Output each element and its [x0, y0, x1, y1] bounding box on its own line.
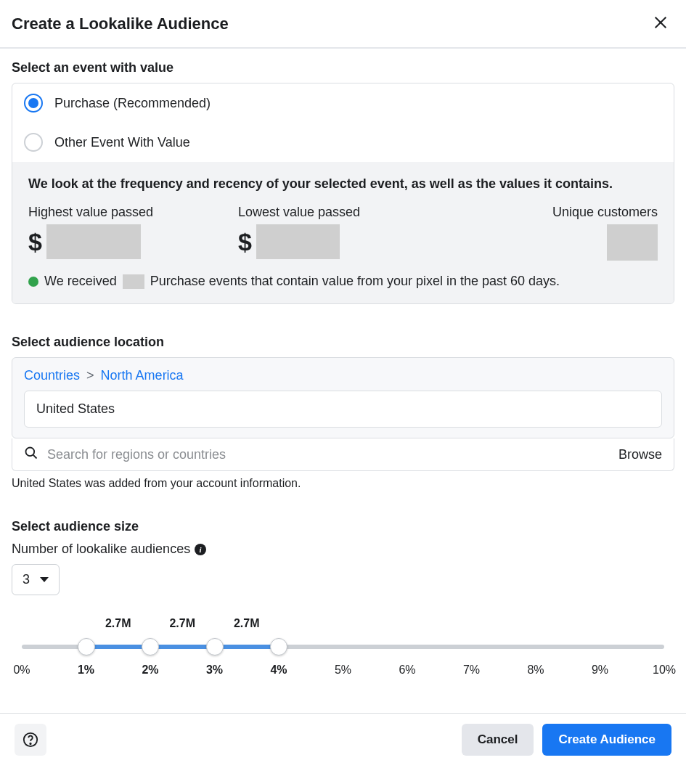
breadcrumb-separator: > — [86, 368, 94, 383]
redacted-value — [46, 224, 141, 259]
slider-tick-label: 9% — [592, 663, 608, 677]
stat-unique: Unique customers — [448, 205, 658, 261]
slider-track[interactable] — [22, 637, 664, 656]
stat-label: Unique customers — [448, 205, 658, 220]
status-row: We received Purchase events that contain… — [28, 274, 658, 289]
svg-line-3 — [33, 455, 37, 459]
cancel-button[interactable]: Cancel — [462, 724, 534, 756]
slider-tick-label: 0% — [13, 663, 30, 677]
stat-label: Highest value passed — [28, 205, 238, 220]
status-prefix: We received — [44, 274, 117, 289]
stat-label: Lowest value passed — [238, 205, 448, 220]
selected-location[interactable]: United States — [24, 391, 662, 428]
redacted-value — [123, 274, 144, 289]
dialog-footer: Cancel Create Audience — [0, 713, 686, 766]
slider-tick-label: 8% — [527, 663, 544, 677]
slider-size-label: 2.7M — [169, 617, 195, 630]
select-event-title: Select an event with value — [12, 60, 674, 75]
status-suffix: Purchase events that contain value from … — [150, 274, 560, 289]
breadcrumb-north-america[interactable]: North America — [101, 368, 184, 383]
slider-tick-label: 1% — [78, 663, 94, 677]
location-search-input[interactable] — [47, 447, 610, 462]
slider-tick-label: 6% — [399, 663, 415, 677]
lookalike-count-row: Number of lookalike audiences i — [12, 542, 674, 557]
event-radio-panel: Purchase (Recommended) Other Event With … — [12, 83, 674, 304]
location-hint: United States was added from your accoun… — [12, 477, 674, 490]
event-info-panel: We look at the frequency and recency of … — [12, 162, 674, 303]
location-breadcrumb: Countries > North America — [24, 368, 662, 383]
slider-tick-label: 4% — [270, 663, 287, 677]
radio-other-event[interactable]: Other Event With Value — [12, 123, 674, 162]
slider-handle[interactable] — [270, 638, 287, 656]
dollar-icon: $ — [28, 228, 42, 256]
redacted-value — [607, 224, 658, 261]
dialog-header: Create a Lookalike Audience — [0, 0, 686, 49]
chevron-down-icon — [40, 577, 49, 582]
help-icon — [23, 732, 38, 748]
dialog-title: Create a Lookalike Audience — [12, 15, 229, 33]
slider-size-label: 2.7M — [234, 617, 260, 630]
info-headline: We look at the frequency and recency of … — [28, 176, 658, 192]
location-search-row: Browse — [12, 438, 674, 471]
search-icon — [24, 446, 38, 463]
radio-indicator — [24, 133, 43, 152]
lookalike-count-select[interactable]: 3 — [12, 564, 60, 595]
slider-size-label: 2.7M — [105, 617, 131, 630]
info-icon[interactable]: i — [195, 544, 206, 555]
slider-tick-label: 10% — [653, 663, 676, 677]
browse-button[interactable]: Browse — [618, 447, 662, 462]
radio-label: Other Event With Value — [54, 135, 190, 150]
svg-point-2 — [26, 448, 35, 457]
radio-purchase[interactable]: Purchase (Recommended) — [12, 83, 674, 123]
redacted-value — [256, 224, 340, 259]
help-button[interactable] — [15, 724, 46, 756]
slider-tick-label: 7% — [463, 663, 480, 677]
audience-size-slider: 2.7M2.7M2.7M 0%1%2%3%4%5%6%7%8%9%10% — [12, 617, 674, 679]
slider-tick-label: 3% — [206, 663, 223, 677]
close-icon — [653, 15, 669, 30]
slider-tick-label: 2% — [142, 663, 158, 677]
stats-row: Highest value passed $ Lowest value pass… — [28, 205, 658, 261]
radio-label: Purchase (Recommended) — [54, 96, 211, 111]
svg-point-5 — [30, 743, 30, 744]
slider-handle[interactable] — [78, 638, 95, 656]
close-button[interactable] — [650, 12, 671, 36]
stat-highest: Highest value passed $ — [28, 205, 238, 261]
select-location-title: Select audience location — [12, 335, 674, 350]
select-size-title: Select audience size — [12, 519, 674, 534]
select-value: 3 — [23, 572, 30, 587]
breadcrumb-countries[interactable]: Countries — [24, 368, 80, 383]
create-audience-button[interactable]: Create Audience — [542, 724, 671, 756]
status-dot-icon — [28, 277, 38, 287]
slider-handle[interactable] — [206, 638, 224, 656]
location-panel: Countries > North America United States — [12, 357, 674, 438]
slider-tick-label: 5% — [335, 663, 351, 677]
dollar-icon: $ — [238, 228, 252, 256]
stat-lowest: Lowest value passed $ — [238, 205, 448, 261]
lookalike-subtitle: Number of lookalike audiences — [12, 542, 190, 557]
slider-handle[interactable] — [142, 638, 159, 656]
radio-indicator — [24, 94, 43, 113]
